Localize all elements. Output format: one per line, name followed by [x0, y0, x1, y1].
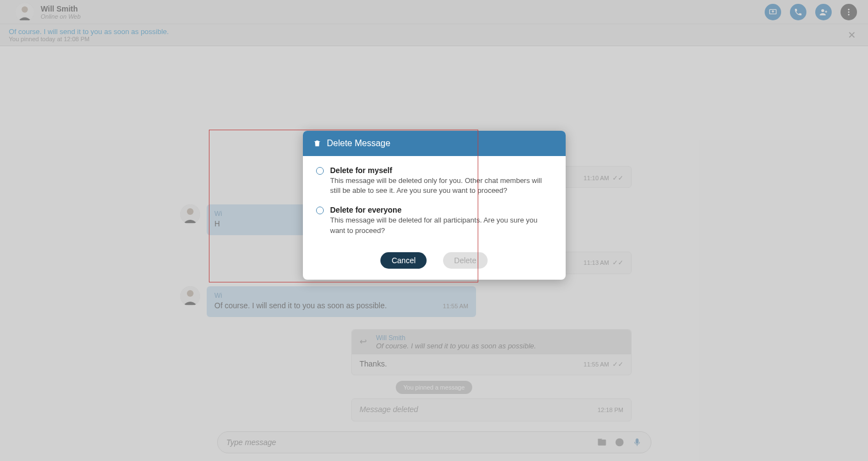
modal-overlay[interactable]: Delete Message Delete for myself This me…: [0, 0, 868, 461]
delete-button[interactable]: Delete: [443, 252, 487, 269]
dialog-body: Delete for myself This message will be d…: [303, 156, 566, 248]
option-title: Delete for myself: [330, 166, 552, 175]
option-description: This message will be deleted only for yo…: [330, 176, 552, 196]
trash-icon: [313, 139, 322, 148]
delete-message-dialog: Delete Message Delete for myself This me…: [303, 131, 566, 280]
option-description: This message will be deleted for all par…: [330, 215, 552, 235]
radio-button[interactable]: [316, 207, 324, 214]
dialog-footer: Cancel Delete: [303, 248, 566, 280]
delete-for-myself-option[interactable]: Delete for myself This message will be d…: [316, 166, 552, 196]
dialog-title: Delete Message: [327, 138, 391, 148]
delete-for-everyone-option[interactable]: Delete for everyone This message will be…: [316, 205, 552, 235]
radio-button[interactable]: [316, 167, 324, 175]
cancel-button[interactable]: Cancel: [380, 252, 427, 269]
dialog-header: Delete Message: [303, 131, 566, 156]
option-title: Delete for everyone: [330, 205, 552, 214]
